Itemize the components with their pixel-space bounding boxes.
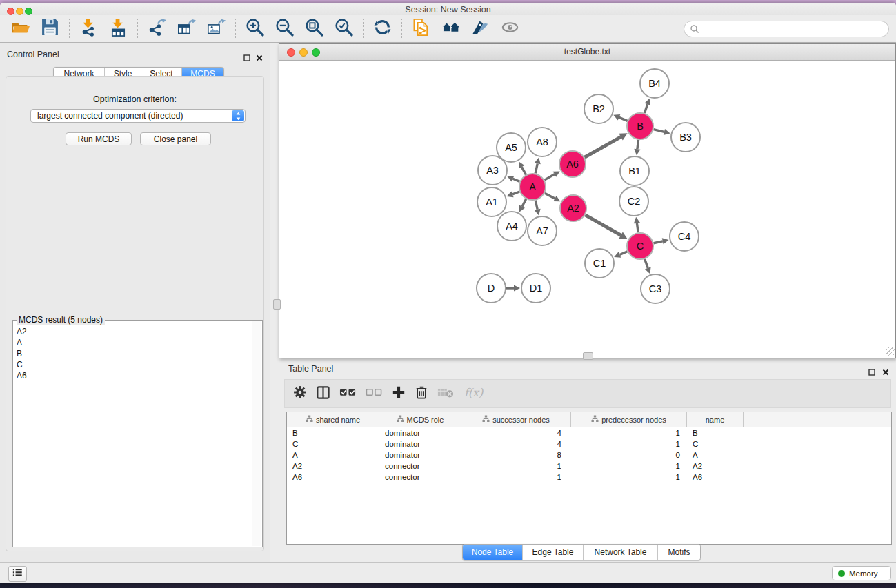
table-row[interactable]: A6connector11A6 <box>287 472 891 483</box>
horizontal-scroll-thumb[interactable] <box>583 352 593 360</box>
result-item[interactable]: A6 <box>17 370 251 381</box>
table-cell[interactable]: A <box>687 451 744 459</box>
float-panel-icon[interactable] <box>243 52 251 59</box>
table-cell[interactable]: dominator <box>379 429 461 437</box>
table-cell[interactable]: B <box>287 429 379 437</box>
column-header-predecessor-nodes[interactable]: predecessor nodes <box>571 412 687 427</box>
table-cell[interactable]: dominator <box>379 440 461 448</box>
network-graph[interactable]: AA1A2A3A4A5A6A7A8BB1B2B3B4CC1C2C3C4DD1 <box>279 61 895 357</box>
result-item[interactable]: C <box>17 359 251 370</box>
import-table-button[interactable] <box>103 17 133 41</box>
refresh-button[interactable] <box>368 17 397 41</box>
edge-A-A2[interactable] <box>545 193 555 199</box>
tab-edge-table[interactable]: Edge Table <box>523 545 584 560</box>
delete-table-button[interactable] <box>437 383 454 404</box>
edge-C-C2[interactable] <box>637 223 638 232</box>
tab-network-table[interactable]: Network Table <box>584 545 658 560</box>
network-window-titlebar[interactable]: testGlobe.txt <box>279 44 895 61</box>
edge-A-A1[interactable] <box>512 192 519 194</box>
table-cell[interactable]: A6 <box>687 473 744 481</box>
edge-C-C1[interactable] <box>619 252 627 255</box>
edge-A-A8[interactable] <box>535 163 537 173</box>
edge-A-A5[interactable] <box>521 167 526 174</box>
hide-graphics-details-button[interactable] <box>466 17 495 41</box>
table-cell[interactable]: connector <box>379 462 461 470</box>
table-cell[interactable]: 1 <box>571 473 687 481</box>
table-cell[interactable]: A <box>287 451 379 459</box>
delete-column-button[interactable] <box>415 383 428 404</box>
table-cell[interactable]: 1 <box>571 429 687 437</box>
export-image-button[interactable] <box>201 17 231 41</box>
edge-C-C3[interactable] <box>645 259 648 268</box>
table-cell[interactable]: connector <box>379 473 461 481</box>
table-cell[interactable]: 1 <box>461 473 571 481</box>
gear-button[interactable] <box>293 383 307 404</box>
table-cell[interactable]: A2 <box>287 462 379 470</box>
result-item[interactable]: A2 <box>17 326 251 337</box>
show-graphics-details-button[interactable] <box>495 17 525 41</box>
zoom-selected-button[interactable] <box>329 17 359 41</box>
close-panel-button[interactable]: Close panel <box>140 132 211 145</box>
edge-A-A4[interactable] <box>522 199 526 207</box>
result-item[interactable]: B <box>17 348 251 359</box>
edge-A2-C[interactable] <box>585 215 621 235</box>
table-cell[interactable]: 0 <box>571 451 687 459</box>
table-cell[interactable]: A2 <box>687 462 744 470</box>
table-cell[interactable]: B <box>687 429 744 437</box>
edge-A-A6[interactable] <box>544 174 555 180</box>
title-bar[interactable]: Session: New Session <box>0 3 896 15</box>
table-cell[interactable]: 1 <box>571 462 687 470</box>
table-cell[interactable]: dominator <box>379 451 461 459</box>
table-cell[interactable]: A6 <box>287 473 379 481</box>
window-resize-grip[interactable] <box>886 347 895 356</box>
edge-A6-B[interactable] <box>584 137 621 158</box>
tab-motifs[interactable]: Motifs <box>658 545 700 560</box>
table-row[interactable]: A2connector11A2 <box>287 460 891 472</box>
column-header-MCDS-role[interactable]: MCDS role <box>379 412 461 427</box>
result-item[interactable]: A <box>17 337 251 348</box>
import-network-button[interactable] <box>74 17 103 41</box>
table-cell[interactable]: 4 <box>461 440 571 448</box>
table-cell[interactable]: C <box>287 440 379 448</box>
table-cell[interactable]: C <box>687 440 744 448</box>
run-mcds-button[interactable]: Run MCDS <box>66 132 132 145</box>
export-network-button[interactable] <box>142 17 172 41</box>
edge-B-B1[interactable] <box>637 140 639 149</box>
table-row[interactable]: Cdominator41C <box>287 438 891 449</box>
table-row[interactable]: Adominator80A <box>287 449 891 460</box>
zoom-out-button[interactable] <box>270 17 299 41</box>
edge-B-B2[interactable] <box>619 117 628 121</box>
vertical-scroll-thumb[interactable] <box>273 299 281 310</box>
search-box[interactable] <box>684 21 889 37</box>
table-cell[interactable]: 4 <box>461 429 571 437</box>
tab-node-table[interactable]: Node Table <box>463 545 523 560</box>
save-session-button[interactable] <box>35 17 65 41</box>
close-panel-icon[interactable] <box>256 52 263 59</box>
table-cell[interactable]: 1 <box>571 440 687 448</box>
export-table-button[interactable] <box>172 17 201 41</box>
column-header-shared-name[interactable]: shared name <box>287 412 379 427</box>
float-table-panel-icon[interactable] <box>868 366 876 374</box>
column-header-name[interactable]: name <box>687 412 744 427</box>
table-cell[interactable]: 1 <box>461 462 571 470</box>
add-column-button[interactable] <box>392 383 406 404</box>
column-header-successor-nodes[interactable]: successor nodes <box>461 412 571 427</box>
edge-B-B3[interactable] <box>653 130 664 132</box>
criterion-select[interactable]: largest connected component (directed) <box>30 109 246 123</box>
fx-button[interactable]: f(x) <box>463 383 486 404</box>
select-all-button[interactable] <box>339 383 357 404</box>
first-neighbors-button[interactable] <box>436 17 466 41</box>
new-network-from-selection-button[interactable] <box>406 17 436 41</box>
open-session-button[interactable] <box>6 17 35 41</box>
table-cell[interactable]: 8 <box>461 451 571 459</box>
network-canvas[interactable]: AA1A2A3A4A5A6A7A8BB1B2B3B4CC1C2C3C4DD1 <box>279 61 895 358</box>
network-view-window[interactable]: testGlobe.txt AA1A2A3A4A5A6A7A8BB1B2B3B4… <box>279 43 896 358</box>
column-button[interactable] <box>316 383 330 404</box>
memory-button[interactable]: Memory <box>832 566 891 580</box>
edge-B-B4[interactable] <box>644 104 647 113</box>
panel-menu-button[interactable] <box>8 566 27 582</box>
search-input[interactable] <box>702 22 883 36</box>
edge-C-C4[interactable] <box>654 241 663 243</box>
zoom-in-button[interactable] <box>240 17 270 41</box>
table-row[interactable]: Bdominator41B <box>287 427 891 438</box>
